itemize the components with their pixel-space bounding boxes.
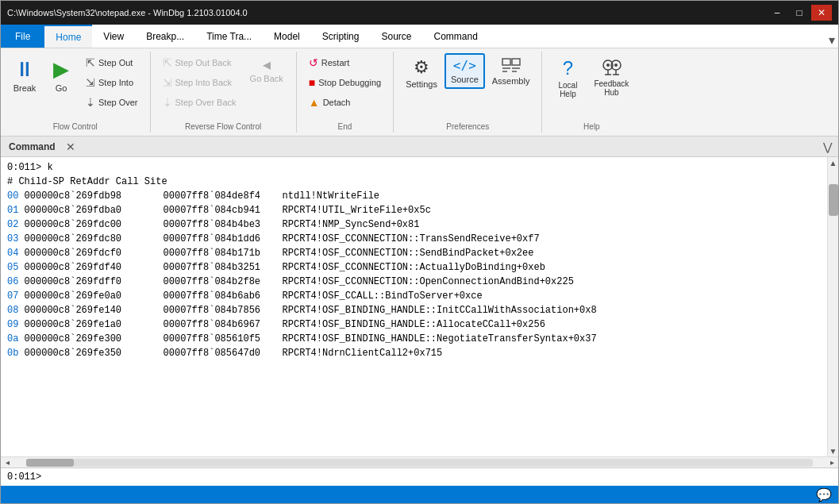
call-site: RPCRT4!OSF_CCONNECTION::SendBindPacket+0… bbox=[283, 248, 534, 259]
tab-timetrace[interactable]: Time Tra... bbox=[195, 25, 263, 48]
step-over-back-button[interactable]: ⇣ Step Over Back bbox=[157, 93, 242, 112]
command-input[interactable] bbox=[44, 471, 832, 483]
row-num-link[interactable]: 04 bbox=[7, 248, 18, 259]
step-over-icon: ⇣ bbox=[86, 96, 95, 109]
child-sp: 000000c8`269fe300 bbox=[25, 333, 164, 344]
ret-addr: 00007ff8`084b4be3 bbox=[164, 219, 283, 230]
ret-addr: 00007ff8`084b6ab6 bbox=[164, 290, 283, 302]
row-num-link[interactable]: 0a bbox=[7, 333, 18, 344]
help-items: ? LocalHelp bbox=[548, 52, 634, 119]
call-site: ntdll!NtWriteFile bbox=[283, 190, 379, 202]
detach-icon: ▲ bbox=[309, 96, 320, 109]
child-sp: 000000c8`269fdf40 bbox=[25, 262, 164, 273]
step-into-back-button[interactable]: ⇲ Step Into Back bbox=[157, 73, 242, 92]
hscroll-thumb[interactable] bbox=[26, 459, 74, 467]
call-site: RPCRT4!NdrnClientCall2+0x715 bbox=[283, 348, 443, 359]
step-into-button[interactable]: ⇲ Step Into bbox=[80, 73, 144, 92]
restart-button[interactable]: ↺ Restart bbox=[303, 53, 387, 72]
minimize-button[interactable]: – bbox=[767, 5, 787, 21]
ret-addr: 00007ff8`085610f5 bbox=[164, 333, 283, 344]
go-button[interactable]: ▶ Go bbox=[44, 53, 79, 97]
source-icon: </> bbox=[453, 58, 476, 73]
row-num-link[interactable]: 09 bbox=[7, 319, 18, 330]
row-num-link[interactable]: 06 bbox=[7, 276, 18, 287]
child-sp: 000000c8`269fe140 bbox=[25, 305, 164, 316]
scroll-up-button[interactable]: ▲ bbox=[828, 157, 838, 168]
flow-control-items: ⏸ Break ▶ Go ⇱ Step Out bbox=[7, 52, 144, 119]
tab-scripting[interactable]: Scripting bbox=[311, 25, 371, 48]
assembly-button[interactable]: Assembly bbox=[487, 53, 536, 90]
tab-model[interactable]: Model bbox=[263, 25, 311, 48]
child-sp: 000000c8`269fe350 bbox=[25, 348, 164, 359]
tab-home[interactable]: Home bbox=[44, 25, 92, 48]
maximize-button[interactable]: □ bbox=[789, 5, 810, 21]
source-button[interactable]: </> Source bbox=[445, 53, 485, 89]
output-rows: 00 000000c8`269fdb9800007ff8`084de8f4ntd… bbox=[7, 189, 821, 360]
reverse-flow-items: ⇱ Step Out Back ⇲ Step Into Back ⇣ Step … bbox=[157, 52, 290, 119]
svg-point-9 bbox=[614, 63, 618, 67]
table-row: 04 000000c8`269fdcf000007ff8`084b171bRPC… bbox=[7, 246, 821, 260]
step-out-button[interactable]: ⇱ Step Out bbox=[80, 53, 144, 72]
row-num-link[interactable]: 00 bbox=[7, 190, 18, 202]
table-row: 01 000000c8`269fdba000007ff8`084cb941RPC… bbox=[7, 203, 821, 217]
call-site: RPCRT4!OSF_CCONNECTION::TransSendReceive… bbox=[283, 233, 540, 244]
detach-button[interactable]: ▲ Detach bbox=[303, 93, 387, 112]
step-into-back-icon: ⇲ bbox=[163, 76, 172, 89]
feedback-hub-icon bbox=[600, 57, 622, 78]
child-sp: 000000c8`269fdba0 bbox=[25, 205, 164, 216]
tab-source[interactable]: Source bbox=[370, 25, 422, 48]
play-icon: ▶ bbox=[53, 57, 69, 82]
go-back-button[interactable]: ◂ Go Back bbox=[244, 53, 290, 85]
row-num-link[interactable]: 08 bbox=[7, 305, 18, 316]
row-num-link[interactable]: 0b bbox=[7, 348, 18, 359]
group-preferences: ⚙ Settings </> Source bbox=[394, 52, 542, 133]
help-label: Help bbox=[548, 119, 634, 133]
command-panel-scroll-button[interactable]: ⋁ bbox=[819, 139, 835, 155]
row-num-link[interactable]: 03 bbox=[7, 233, 18, 244]
table-row: 07 000000c8`269fe0a000007ff8`084b6ab6RPC… bbox=[7, 289, 821, 303]
scroll-down-button[interactable]: ▼ bbox=[828, 445, 838, 456]
ret-addr: 00007ff8`084b2f8e bbox=[164, 276, 283, 287]
hscroll-track bbox=[26, 459, 813, 467]
step-out-back-button[interactable]: ⇱ Step Out Back bbox=[157, 53, 242, 72]
scroll-right-button[interactable]: ▸ bbox=[826, 457, 838, 468]
local-help-button[interactable]: ? LocalHelp bbox=[548, 53, 587, 102]
end-label: End bbox=[303, 119, 387, 133]
pause-icon: ⏸ bbox=[14, 57, 35, 82]
break-button[interactable]: ⏸ Break bbox=[7, 53, 42, 97]
step-over-back-icon: ⇣ bbox=[163, 96, 172, 109]
tab-breakp[interactable]: Breakp... bbox=[135, 25, 195, 48]
stop-debugging-button[interactable]: ■ Stop Debugging bbox=[303, 73, 387, 92]
svg-rect-1 bbox=[512, 59, 520, 65]
row-num-link[interactable]: 02 bbox=[7, 219, 18, 230]
ret-addr: 00007ff8`084de8f4 bbox=[164, 190, 283, 202]
command-panel-close-button[interactable]: ✕ bbox=[64, 140, 78, 154]
stop-icon: ■ bbox=[309, 76, 315, 89]
tab-view[interactable]: View bbox=[92, 25, 135, 48]
ret-addr: 00007ff8`085647d0 bbox=[164, 348, 283, 359]
scroll-left-button[interactable]: ◂ bbox=[1, 457, 13, 468]
tab-file[interactable]: File bbox=[1, 25, 44, 48]
chat-icon[interactable]: 💬 bbox=[816, 487, 832, 502]
restart-icon: ↺ bbox=[309, 56, 318, 69]
ribbon-tab-bar: File Home View Breakp... Time Tra... Mod… bbox=[1, 25, 838, 48]
title-controls: – □ ✕ bbox=[767, 5, 832, 21]
ribbon-scroll-right[interactable]: ▾ bbox=[826, 33, 838, 48]
scroll-track bbox=[828, 168, 838, 445]
step-over-button[interactable]: ⇣ Step Over bbox=[80, 93, 144, 112]
ret-addr: 00007ff8`084cb941 bbox=[164, 205, 283, 216]
row-num-link[interactable]: 07 bbox=[7, 290, 18, 302]
tab-command[interactable]: Command bbox=[423, 25, 489, 48]
close-button[interactable]: ✕ bbox=[811, 5, 832, 21]
scroll-thumb[interactable] bbox=[829, 184, 838, 216]
call-site: RPCRT4!OSF_CCALL::BindToServer+0xce bbox=[283, 290, 483, 302]
settings-button[interactable]: ⚙ Settings bbox=[400, 53, 443, 93]
vertical-scrollbar[interactable]: ▲ ▼ bbox=[827, 157, 838, 456]
feedback-hub-button[interactable]: FeedbackHub bbox=[588, 53, 634, 101]
flow-control-label: Flow Control bbox=[7, 119, 144, 133]
command-output[interactable]: 0:011> k # Child-SP RetAddr Call Site 00… bbox=[1, 157, 827, 456]
table-row: 09 000000c8`269fe1a000007ff8`084b6967RPC… bbox=[7, 317, 821, 332]
row-num-link[interactable]: 05 bbox=[7, 262, 18, 273]
horizontal-scrollbar[interactable]: ◂ ▸ bbox=[1, 456, 838, 467]
row-num-link[interactable]: 01 bbox=[7, 205, 18, 216]
